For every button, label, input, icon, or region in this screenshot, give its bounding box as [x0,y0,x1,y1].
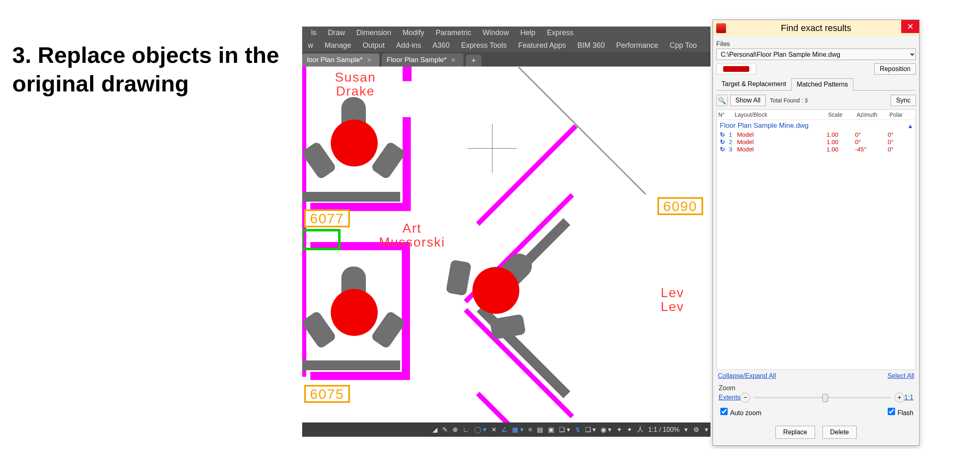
document-tab[interactable]: Floor Plan Sample* ✕ [382,53,463,67]
zoom-slider[interactable] [753,397,891,398]
status-icon[interactable]: ✎ [440,426,450,433]
chevron-down-icon[interactable]: ▾ [682,426,690,433]
files-label: Files [716,40,916,48]
document-tab[interactable]: loor Plan Sample* ✕ [302,53,379,67]
close-icon[interactable]: ✕ [367,56,372,64]
status-icon[interactable]: ▤ [535,426,546,433]
gear-icon[interactable]: ⚙ [690,426,702,433]
ribbon-tab[interactable]: BIM 360 [572,41,610,50]
col: N° [718,111,735,118]
ribbon-tab[interactable]: w [302,41,319,50]
cell: -45° [855,146,888,153]
zoom-in-button[interactable]: + [895,393,904,402]
show-all-button[interactable]: Show All [730,95,766,106]
replace-button[interactable]: Replace [775,426,815,439]
panel-tabstrip: Target & Replacement Matched Patterns [716,78,916,91]
menubar-top: ls Draw Dimension Modify Parametric Wind… [302,27,710,39]
table [331,120,378,167]
menu-item[interactable]: Modify [397,29,430,37]
status-icon[interactable]: ✦ [614,426,624,433]
tab-target-replacement[interactable]: Target & Replacement [716,78,791,90]
result-row[interactable]: ↻ 1 Model 1.00 0° 0° [717,131,915,138]
chevron-down-icon[interactable]: ▾ [702,426,710,433]
menu-item[interactable]: Draw [322,29,351,37]
panel-titlebar[interactable]: Find exact results ✕ [713,20,919,36]
cell: 0° [855,131,888,138]
person-label: Art Mussorski [379,222,445,249]
desk [302,360,400,370]
menu-item[interactable]: Express [541,29,579,37]
room-tag: 6075 [304,385,350,403]
document-tabbar: loor Plan Sample* ✕ Floor Plan Sample* ✕… [302,52,710,67]
drawing-canvas[interactable]: Susan Drake Art Mussorski Lev Lev 6077 6… [302,67,710,422]
person-label: Lev Lev [661,286,684,313]
close-button[interactable]: ✕ [901,20,919,33]
cell: 1.00 [826,138,855,146]
zoom-out-button[interactable]: − [740,393,750,402]
zoom-1to1-link[interactable]: 1:1 [904,394,913,401]
menu-item[interactable]: Help [514,29,541,37]
status-icon[interactable]: ≡ [526,426,535,433]
ribbon-tab[interactable]: Performance [610,41,664,50]
delete-button[interactable]: Delete [822,426,857,439]
col: Polar [889,111,914,118]
menu-item[interactable]: Window [477,29,514,37]
ribbon-tab[interactable]: Add-ins [390,41,427,50]
status-icon[interactable]: ✦ [624,426,635,433]
reposition-button[interactable]: Reposition [874,63,916,75]
flash-checkbox[interactable]: Flash [886,407,913,417]
status-icon[interactable]: ▣ [546,426,557,433]
status-icon[interactable]: ❑ ▾ [557,426,572,433]
cell: 3 [729,146,737,153]
status-icon[interactable]: ∟ [460,426,472,433]
search-icon[interactable]: 🔍 [716,95,728,106]
status-icon[interactable]: ⊕ [450,426,460,433]
select-all-link[interactable]: Select All [887,372,914,380]
ribbon-tab[interactable]: Cpp Too [664,41,703,50]
status-icon[interactable]: ▦ ▾ [510,426,526,433]
sync-button[interactable]: Sync [891,95,916,106]
tab-label: loor Plan Sample* [307,56,363,64]
auto-zoom-checkbox[interactable]: Auto zoom [719,407,761,417]
menu-item[interactable]: Dimension [351,29,397,37]
group-header[interactable]: Floor Plan Sample Mine.dwg ▴ [717,120,915,131]
wall [402,242,410,377]
results-list: N° Layout/Block Scale Azimuth Polar Floo… [716,109,916,370]
menu-item[interactable]: Parametric [430,29,477,37]
cell: 1 [729,131,737,138]
status-icon[interactable]: ❑ ▾ [583,426,598,433]
desk [302,192,400,202]
status-icon[interactable]: ◉ ▾ [598,426,614,433]
result-row[interactable]: ↻ 3 Model 1.00 -45° 0° [717,146,915,153]
cell: 0° [888,138,912,146]
ribbon-tab[interactable]: Featured Apps [512,41,572,50]
status-icon[interactable]: ↯ [572,426,583,433]
ribbon-tab[interactable]: Manage [319,41,357,50]
result-row[interactable]: ↻ 2 Model 1.00 0° 0° [717,138,915,146]
status-icon[interactable]: ✕ [489,426,499,433]
ribbon-tab[interactable]: Express Tools [455,41,512,50]
status-icon[interactable]: ◢ [430,426,440,433]
collapse-expand-link[interactable]: Collapse/Expand All [718,372,776,380]
scale-readout[interactable]: 1:1 / 100% [646,426,682,433]
file-path-select[interactable]: C:\Personal\Floor Plan Sample Mine.dwg [716,49,916,60]
wall [310,372,410,380]
instruction-heading: 3. Replace objects in the original drawi… [12,41,294,98]
status-icon[interactable]: ∠ [499,426,510,433]
refresh-icon: ↻ [720,146,729,153]
zoom-extents-link[interactable]: Extents [719,394,740,401]
selection-rect [302,229,341,250]
ribbon-tabs: w Manage Output Add-ins A360 Express Too… [302,39,710,52]
menu-item[interactable]: ls [305,29,322,37]
cell: 2 [729,138,737,146]
status-icon[interactable]: 人 [635,425,646,434]
ribbon-tab[interactable]: Output [357,41,390,50]
status-icon[interactable]: ◯ ▾ [472,426,489,433]
cell: Model [737,131,826,138]
close-icon[interactable]: ✕ [451,56,456,64]
status-bar: ◢ ✎ ⊕ ∟ ◯ ▾ ✕ ∠ ▦ ▾ ≡ ▤ ▣ ❑ ▾ ↯ ❑ ▾ ◉ ▾ … [302,422,710,437]
new-tab-button[interactable]: + [466,55,482,67]
ribbon-tab[interactable]: A360 [427,41,455,50]
chair [445,260,471,296]
tab-matched-patterns[interactable]: Matched Patterns [791,78,853,91]
